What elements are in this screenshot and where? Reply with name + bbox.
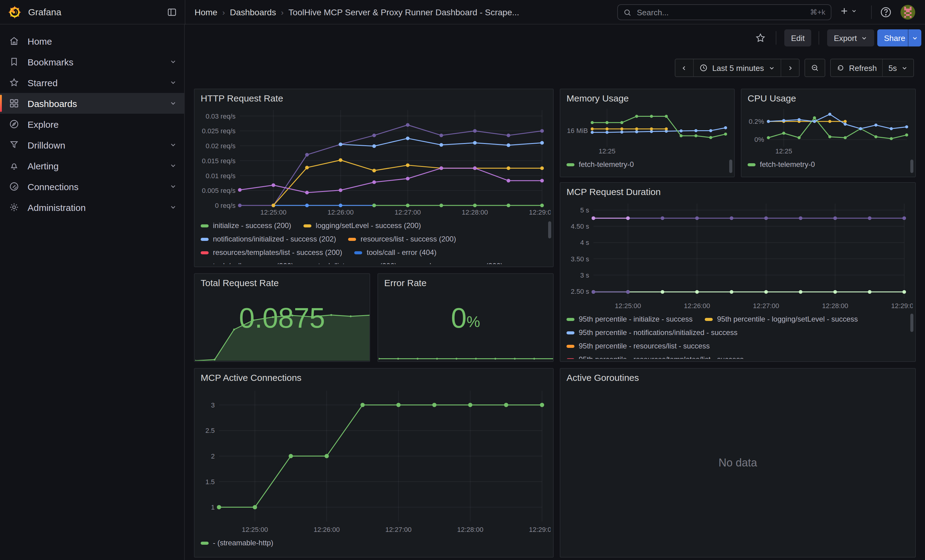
- panel-title[interactable]: MCP Active Connections: [194, 369, 553, 384]
- svg-text:2: 2: [211, 452, 215, 460]
- legend: initialize - success (200)logging/setLev…: [194, 218, 553, 264]
- home-icon: [9, 36, 20, 47]
- time-range-picker[interactable]: Last 5 minutes: [693, 59, 780, 77]
- legend-item[interactable]: notifications/initialized - success (202…: [201, 235, 336, 243]
- refresh-interval-picker[interactable]: 5s: [883, 59, 913, 77]
- zoom-out-group: [804, 59, 825, 77]
- sidebar-item-drilldown[interactable]: Drilldown: [0, 135, 184, 155]
- stat-unit: %: [467, 313, 480, 331]
- refresh-label: Refresh: [849, 63, 877, 72]
- scrollbar-thumb[interactable]: [910, 314, 913, 332]
- share-button[interactable]: Share: [877, 29, 912, 47]
- breadcrumb-dashboards[interactable]: Dashboards: [230, 8, 276, 17]
- svg-text:4.50 s: 4.50 s: [571, 222, 589, 230]
- sidebar-item-alerting[interactable]: Alerting: [0, 155, 184, 176]
- time-series-chart: 2.50 s3 s3.50 s4 s4.50 s5 s12:25:0012:26…: [563, 199, 913, 311]
- new-button[interactable]: [839, 6, 857, 16]
- legend-item[interactable]: fetch-telemetry-0: [566, 160, 634, 169]
- legend-item[interactable]: tools/list - success (200): [306, 262, 397, 264]
- legend-item[interactable]: 95th percentile - resources/templates/li…: [566, 355, 744, 359]
- svg-text:2.50 s: 2.50 s: [571, 288, 589, 295]
- refresh-interval-label: 5s: [889, 63, 897, 72]
- panel-title[interactable]: HTTP Request Rate: [194, 89, 553, 105]
- svg-text:12:28:00: 12:28:00: [457, 526, 484, 533]
- chevron-down-icon: [169, 100, 177, 107]
- gear-icon: [9, 202, 20, 213]
- legend-item[interactable]: tools/call - success (200): [201, 262, 294, 264]
- legend-series-color: [747, 163, 756, 166]
- sidebar-item-label: Administration: [27, 202, 86, 212]
- panel-memory-usage: Memory Usage 16 MiB12:25 fetch-telemetry…: [560, 89, 735, 177]
- panel-title[interactable]: CPU Usage: [741, 89, 915, 105]
- legend-item[interactable]: 95th percentile - resources/list - succe…: [566, 342, 710, 350]
- sidebar-toggle-icon[interactable]: [166, 7, 178, 18]
- drilldown-icon: [9, 140, 20, 150]
- panel-title[interactable]: Memory Usage: [560, 89, 734, 105]
- user-avatar[interactable]: [901, 5, 915, 20]
- legend: fetch-telemetry-0: [560, 156, 734, 173]
- legend-item[interactable]: 95th percentile - notifications/initiali…: [566, 328, 738, 337]
- legend: fetch-telemetry-0: [741, 156, 915, 173]
- legend-item[interactable]: resources/templates/list - success (200): [201, 248, 342, 257]
- export-button[interactable]: Export: [827, 29, 874, 47]
- time-series-chart: 0 req/s0.005 req/s0.01 req/s0.015 req/s0…: [197, 105, 551, 218]
- refresh-button[interactable]: Refresh: [830, 59, 882, 77]
- bookmark-icon: [9, 56, 20, 67]
- legend-item[interactable]: resources/list - success (200): [348, 235, 456, 243]
- legend-item[interactable]: 95th percentile - initialize - success: [566, 315, 693, 323]
- search-input[interactable]: [636, 7, 806, 17]
- star-icon: [755, 32, 766, 44]
- grafana-logo[interactable]: [8, 5, 22, 20]
- legend-item[interactable]: logging/setLevel - success (200): [303, 221, 421, 230]
- sidebar-item-home[interactable]: Home: [0, 30, 184, 51]
- connections-icon: [9, 181, 20, 192]
- legend-item[interactable]: initialize - success (200): [201, 221, 291, 230]
- magnifier-minus-icon: [810, 64, 819, 72]
- sidebar-item-administration[interactable]: Administration: [0, 197, 184, 218]
- breadcrumb-home[interactable]: Home: [194, 8, 217, 17]
- sidebar-item-connections[interactable]: Connections: [0, 176, 184, 197]
- scrollbar-thumb[interactable]: [729, 159, 732, 173]
- breadcrumb-current: ToolHive MCP Server & Proxy Runner Dashb…: [288, 8, 519, 17]
- sidebar-nav: Home Bookmarks Starred Dashboards Explor…: [0, 24, 185, 560]
- panel-mcp-request-duration: MCP Request Duration 2.50 s3 s3.50 s4 s4…: [560, 182, 916, 362]
- legend-series-label: initialize - success (200): [213, 221, 291, 230]
- time-series-chart: 0.2%0%12:25: [744, 105, 913, 156]
- refresh-group: Refresh 5s: [830, 59, 914, 77]
- legend-series-label: 95th percentile - resources/list - succe…: [579, 342, 710, 350]
- favorite-star-button[interactable]: [755, 32, 766, 44]
- sidebar-item-bookmarks[interactable]: Bookmarks: [0, 51, 184, 72]
- legend-item[interactable]: unknown - success (200): [409, 262, 503, 264]
- help-button[interactable]: [880, 6, 892, 18]
- svg-text:12:29:00: 12:29:00: [891, 302, 913, 310]
- legend-series-label: logging/setLevel - success (200): [316, 221, 421, 230]
- chevron-down-icon: [911, 35, 918, 41]
- svg-text:12:27:00: 12:27:00: [395, 209, 421, 216]
- legend-series-label: fetch-telemetry-0: [760, 160, 815, 169]
- legend-item[interactable]: - (streamable-http): [201, 539, 273, 547]
- legend-series-color: [201, 541, 209, 544]
- panel-title[interactable]: MCP Request Duration: [560, 183, 915, 199]
- sidebar-item-label: Connections: [27, 181, 78, 192]
- edit-button[interactable]: Edit: [784, 29, 812, 47]
- legend-item[interactable]: 95th percentile - logging/setLevel - suc…: [705, 315, 858, 323]
- scrollbar-thumb[interactable]: [910, 159, 913, 173]
- sidebar-item-explore[interactable]: Explore: [0, 114, 184, 135]
- legend-series-color: [566, 358, 574, 359]
- legend: - (streamable-http): [194, 535, 553, 552]
- chevron-right-icon: [786, 65, 793, 71]
- sidebar-item-starred[interactable]: Starred: [0, 72, 184, 93]
- scrollbar-thumb[interactable]: [548, 221, 551, 239]
- zoom-out-button[interactable]: [805, 59, 824, 77]
- panel-cpu-usage: CPU Usage 0.2%0%12:25 fetch-telemetry-0: [741, 89, 916, 177]
- sidebar-item-dashboards[interactable]: Dashboards: [0, 93, 184, 114]
- search-box[interactable]: ⌘+k: [617, 4, 832, 20]
- time-forward-button[interactable]: [780, 59, 798, 77]
- chevron-down-icon: [169, 162, 177, 169]
- legend-item[interactable]: fetch-telemetry-0: [747, 160, 815, 169]
- svg-text:0.01 req/s: 0.01 req/s: [206, 172, 235, 180]
- legend-item[interactable]: tools/call - error (404): [354, 248, 437, 257]
- legend-series-label: fetch-telemetry-0: [579, 160, 634, 169]
- time-back-button[interactable]: [675, 59, 693, 77]
- share-menu-button[interactable]: [908, 29, 921, 47]
